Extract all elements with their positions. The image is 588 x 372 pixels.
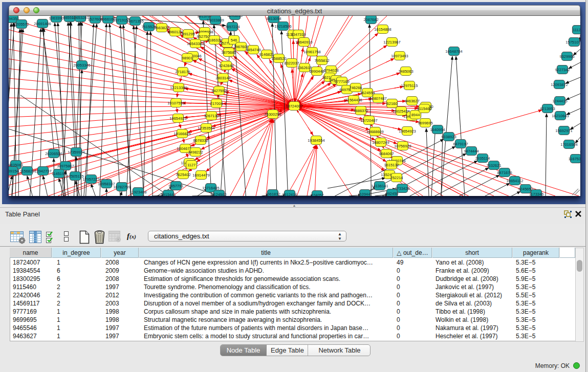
svg-text:12505135: 12505135	[67, 174, 83, 179]
svg-text:10654112: 10654112	[507, 179, 524, 183]
svg-text:18640910: 18640910	[295, 40, 312, 45]
svg-text:10944: 10944	[360, 192, 371, 196]
svg-text:891295: 891295	[182, 32, 194, 36]
svg-text:3498222: 3498222	[188, 150, 203, 155]
svg-text:9699695: 9699695	[418, 121, 432, 125]
svg-text:15716485: 15716485	[202, 186, 219, 190]
svg-text:8213953: 8213953	[540, 106, 555, 111]
svg-text:16543382: 16543382	[187, 41, 204, 46]
svg-text:1167531: 1167531	[569, 157, 580, 161]
svg-text:20691406: 20691406	[34, 21, 51, 26]
svg-text:11923468: 11923468	[130, 190, 147, 194]
svg-text:16033809: 16033809	[207, 18, 224, 23]
svg-text:1173346: 1173346	[529, 192, 544, 196]
svg-text:15751074: 15751074	[565, 40, 580, 45]
svg-text:12213967: 12213967	[383, 40, 400, 45]
svg-text:746266: 746266	[349, 85, 362, 90]
svg-text:9612416: 9612416	[282, 192, 297, 196]
svg-text:9474444: 9474444	[464, 149, 478, 154]
svg-text:21564436: 21564436	[345, 98, 362, 102]
svg-text:1063390: 1063390	[49, 16, 63, 20]
svg-text:19384554: 19384554	[308, 138, 324, 143]
svg-text:8471676: 8471676	[497, 170, 512, 175]
svg-text:8045813: 8045813	[227, 16, 242, 18]
svg-text:8678332: 8678332	[193, 138, 208, 143]
svg-text:1615132: 1615132	[384, 163, 399, 167]
svg-text:7886372: 7886372	[353, 108, 368, 113]
svg-text:10961758: 10961758	[303, 50, 320, 54]
svg-text:16154808: 16154808	[374, 27, 391, 32]
svg-text:19654923: 19654923	[169, 116, 186, 121]
svg-text:2718176: 2718176	[175, 70, 190, 74]
svg-text:12942737: 12942737	[34, 169, 51, 173]
svg-text:19218506: 19218506	[274, 24, 291, 29]
svg-text:11123: 11123	[573, 28, 580, 32]
svg-text:8427552: 8427552	[211, 89, 226, 93]
svg-text:3875685: 3875685	[221, 50, 236, 55]
svg-text:7955812: 7955812	[314, 58, 329, 63]
svg-text:9857791: 9857791	[168, 184, 183, 188]
svg-text:62160: 62160	[387, 101, 398, 106]
svg-text:7632621: 7632621	[486, 163, 501, 168]
svg-text:8944: 8944	[411, 113, 420, 117]
svg-text:20206536: 20206536	[45, 151, 62, 156]
svg-text:16648784: 16648784	[445, 49, 462, 54]
svg-text:8454749: 8454749	[246, 48, 260, 52]
svg-text:8322037: 8322037	[284, 61, 299, 65]
svg-text:2087682: 2087682	[363, 17, 378, 22]
svg-text:9242848: 9242848	[219, 63, 233, 68]
svg-text:9777169: 9777169	[334, 79, 349, 84]
svg-text:8915441: 8915441	[161, 192, 176, 196]
svg-text:19654923: 19654923	[399, 129, 416, 134]
svg-text:12975115: 12975115	[401, 83, 418, 88]
svg-text:7663822: 7663822	[154, 26, 169, 30]
svg-text:6990448: 6990448	[309, 69, 324, 74]
svg-text:10973493: 10973493	[391, 54, 408, 58]
svg-text:2935114: 2935114	[475, 156, 490, 161]
svg-text:18724007: 18724007	[286, 104, 302, 108]
svg-text:10653287: 10653287	[72, 16, 89, 20]
svg-text:15720407: 15720407	[360, 118, 377, 123]
svg-text:19166825: 19166825	[173, 132, 190, 136]
svg-text:12353594: 12353594	[198, 126, 214, 130]
svg-text:25300295: 25300295	[264, 112, 281, 117]
svg-text:16914479: 16914479	[192, 173, 209, 178]
svg-text:8960123: 8960123	[167, 30, 182, 34]
svg-text:3624554: 3624554	[360, 91, 375, 95]
svg-text:30975867: 30975867	[57, 164, 74, 168]
svg-text:9329966: 9329966	[559, 54, 574, 59]
svg-text:16210643: 16210643	[552, 114, 569, 118]
svg-text:2803144: 2803144	[215, 76, 230, 80]
svg-text:1640954: 1640954	[430, 127, 445, 132]
svg-text:939154: 939154	[9, 169, 19, 173]
svg-text:1145194: 1145194	[52, 171, 67, 176]
svg-text:3267130: 3267130	[204, 114, 219, 118]
svg-text:15692971: 15692971	[555, 128, 572, 133]
svg-text:9124502: 9124502	[211, 192, 226, 196]
svg-text:10671355: 10671355	[126, 19, 143, 24]
svg-text:10756928: 10756928	[394, 144, 411, 148]
svg-text:10807487: 10807487	[369, 96, 386, 101]
svg-text:3347319: 3347319	[291, 32, 306, 37]
svg-text:17016504: 17016504	[560, 142, 577, 147]
svg-text:9115460: 9115460	[417, 106, 432, 111]
svg-text:18807249: 18807249	[372, 140, 389, 145]
svg-text:1061832: 1061832	[265, 192, 280, 196]
svg-text:9227342: 9227342	[555, 68, 570, 72]
svg-text:17359924: 17359924	[68, 150, 84, 155]
svg-text:12093872: 12093872	[551, 82, 568, 87]
svg-text:252214: 252214	[390, 176, 403, 180]
svg-text:9245652: 9245652	[518, 187, 533, 191]
svg-text:9338923: 9338923	[441, 135, 456, 139]
svg-text:1588520: 1588520	[271, 56, 286, 61]
svg-text:14136141: 14136141	[371, 184, 388, 188]
svg-text:8813054: 8813054	[266, 16, 281, 21]
svg-text:20053346: 20053346	[73, 63, 90, 68]
svg-text:10958107: 10958107	[98, 182, 115, 186]
svg-text:16782759: 16782759	[113, 185, 130, 189]
svg-text:1205572: 1205572	[14, 22, 29, 27]
svg-text:217004: 217004	[210, 101, 223, 106]
svg-text:6794028: 6794028	[323, 68, 338, 73]
svg-text:7857224: 7857224	[225, 25, 239, 29]
svg-text:874052: 874052	[311, 193, 323, 196]
